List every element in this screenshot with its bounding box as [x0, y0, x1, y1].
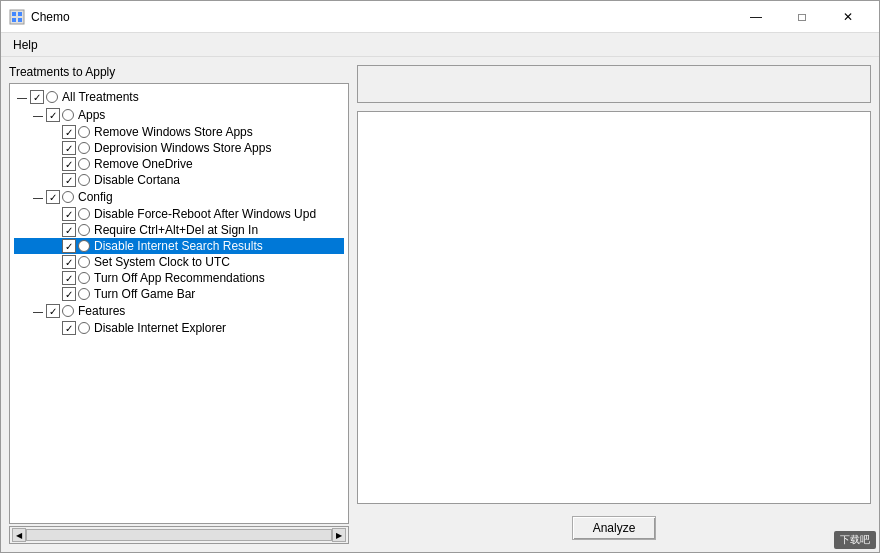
- tree-label-disable-force-reboot: Disable Force-Reboot After Windows Upd: [92, 207, 318, 221]
- tree-item-remove-windows-store-apps[interactable]: ✓Remove Windows Store Apps: [14, 124, 344, 140]
- tree-item-disable-ie[interactable]: ✓Disable Internet Explorer: [14, 320, 344, 336]
- tree-label-remove-onedrive: Remove OneDrive: [92, 157, 195, 171]
- tree-radio-require-ctrl-alt-del[interactable]: [78, 224, 90, 236]
- svg-rect-3: [12, 18, 16, 22]
- tree-expand-all-treatments[interactable]: —: [14, 89, 30, 105]
- tree-label-set-system-clock: Set System Clock to UTC: [92, 255, 232, 269]
- tree-label-require-ctrl-alt-del: Require Ctrl+Alt+Del at Sign In: [92, 223, 260, 237]
- panel-label: Treatments to Apply: [9, 65, 349, 79]
- tree-label-deprovision-windows-store-apps: Deprovision Windows Store Apps: [92, 141, 273, 155]
- title-bar: Chemo — □ ✕: [1, 1, 879, 33]
- tree-radio-turn-off-game-bar[interactable]: [78, 288, 90, 300]
- tree-label-features: Features: [76, 304, 127, 318]
- tree-item-set-system-clock[interactable]: ✓Set System Clock to UTC: [14, 254, 344, 270]
- tree-item-turn-off-app-recommendations[interactable]: ✓Turn Off App Recommendations: [14, 270, 344, 286]
- tree-label-disable-ie: Disable Internet Explorer: [92, 321, 228, 335]
- menu-help[interactable]: Help: [5, 33, 46, 56]
- tree-item-disable-cortana[interactable]: ✓Disable Cortana: [14, 172, 344, 188]
- tree-expand-config[interactable]: —: [30, 189, 46, 205]
- close-button[interactable]: ✕: [825, 1, 871, 33]
- tree-checkbox-deprovision-windows-store-apps[interactable]: ✓: [62, 141, 76, 155]
- menu-bar: Help: [1, 33, 879, 57]
- tree-expand-features[interactable]: —: [30, 303, 46, 319]
- tree-radio-remove-windows-store-apps[interactable]: [78, 126, 90, 138]
- tree-radio-config[interactable]: [62, 191, 74, 203]
- scroll-track[interactable]: [26, 529, 332, 541]
- tree-item-disable-internet-search[interactable]: ✓Disable Internet Search Results: [14, 238, 344, 254]
- tree-checkbox-apps[interactable]: ✓: [46, 108, 60, 122]
- tree-checkbox-turn-off-game-bar[interactable]: ✓: [62, 287, 76, 301]
- tree-item-remove-onedrive[interactable]: ✓Remove OneDrive: [14, 156, 344, 172]
- tree-item-all-treatments[interactable]: —✓All Treatments: [14, 88, 344, 106]
- detail-box: [357, 111, 871, 504]
- tree-radio-deprovision-windows-store-apps[interactable]: [78, 142, 90, 154]
- svg-rect-1: [12, 12, 16, 16]
- tree-checkbox-config[interactable]: ✓: [46, 190, 60, 204]
- tree-radio-apps[interactable]: [62, 109, 74, 121]
- analyze-button[interactable]: Analyze: [572, 516, 657, 540]
- tree-label-disable-cortana: Disable Cortana: [92, 173, 182, 187]
- tree-radio-all-treatments[interactable]: [46, 91, 58, 103]
- tree-radio-remove-onedrive[interactable]: [78, 158, 90, 170]
- tree-item-turn-off-game-bar[interactable]: ✓Turn Off Game Bar: [14, 286, 344, 302]
- tree-checkbox-all-treatments[interactable]: ✓: [30, 90, 44, 104]
- tree-container[interactable]: —✓All Treatments—✓Apps✓Remove Windows St…: [9, 83, 349, 524]
- tree-item-deprovision-windows-store-apps[interactable]: ✓Deprovision Windows Store Apps: [14, 140, 344, 156]
- tree-checkbox-disable-force-reboot[interactable]: ✓: [62, 207, 76, 221]
- right-panel: Analyze: [357, 65, 871, 544]
- tree-label-config: Config: [76, 190, 115, 204]
- tree-item-disable-force-reboot[interactable]: ✓Disable Force-Reboot After Windows Upd: [14, 206, 344, 222]
- title-buttons: — □ ✕: [733, 1, 871, 33]
- tree-radio-features[interactable]: [62, 305, 74, 317]
- tree-radio-disable-cortana[interactable]: [78, 174, 90, 186]
- app-icon: [9, 9, 25, 25]
- tree-checkbox-require-ctrl-alt-del[interactable]: ✓: [62, 223, 76, 237]
- scroll-right-arrow[interactable]: ▶: [332, 528, 346, 542]
- tree-checkbox-set-system-clock[interactable]: ✓: [62, 255, 76, 269]
- tree-item-features[interactable]: —✓Features: [14, 302, 344, 320]
- tree-checkbox-features[interactable]: ✓: [46, 304, 60, 318]
- tree-radio-disable-force-reboot[interactable]: [78, 208, 90, 220]
- tree-radio-turn-off-app-recommendations[interactable]: [78, 272, 90, 284]
- description-box: [357, 65, 871, 103]
- tree-checkbox-turn-off-app-recommendations[interactable]: ✓: [62, 271, 76, 285]
- tree-checkbox-remove-onedrive[interactable]: ✓: [62, 157, 76, 171]
- content-area: Treatments to Apply —✓All Treatments—✓Ap…: [1, 57, 879, 552]
- analyze-button-container: Analyze: [357, 512, 871, 544]
- tree-item-apps[interactable]: —✓Apps: [14, 106, 344, 124]
- tree-checkbox-disable-cortana[interactable]: ✓: [62, 173, 76, 187]
- tree-label-disable-internet-search: Disable Internet Search Results: [92, 239, 265, 253]
- horizontal-scrollbar[interactable]: ◀ ▶: [9, 526, 349, 544]
- window-title: Chemo: [31, 10, 733, 24]
- tree-item-require-ctrl-alt-del[interactable]: ✓Require Ctrl+Alt+Del at Sign In: [14, 222, 344, 238]
- tree-label-turn-off-app-recommendations: Turn Off App Recommendations: [92, 271, 267, 285]
- svg-rect-2: [18, 12, 22, 16]
- tree-checkbox-remove-windows-store-apps[interactable]: ✓: [62, 125, 76, 139]
- tree-radio-set-system-clock[interactable]: [78, 256, 90, 268]
- tree-expand-apps[interactable]: —: [30, 107, 46, 123]
- svg-rect-4: [18, 18, 22, 22]
- scroll-left-arrow[interactable]: ◀: [12, 528, 26, 542]
- tree-label-all-treatments: All Treatments: [60, 90, 141, 104]
- tree-radio-disable-internet-search[interactable]: [78, 240, 90, 252]
- minimize-button[interactable]: —: [733, 1, 779, 33]
- tree-label-turn-off-game-bar: Turn Off Game Bar: [92, 287, 197, 301]
- tree-checkbox-disable-internet-search[interactable]: ✓: [62, 239, 76, 253]
- maximize-button[interactable]: □: [779, 1, 825, 33]
- tree-label-remove-windows-store-apps: Remove Windows Store Apps: [92, 125, 255, 139]
- tree-radio-disable-ie[interactable]: [78, 322, 90, 334]
- tree-label-apps: Apps: [76, 108, 107, 122]
- tree-checkbox-disable-ie[interactable]: ✓: [62, 321, 76, 335]
- watermark: 下载吧: [834, 531, 876, 549]
- left-panel: Treatments to Apply —✓All Treatments—✓Ap…: [9, 65, 349, 544]
- tree-item-config[interactable]: —✓Config: [14, 188, 344, 206]
